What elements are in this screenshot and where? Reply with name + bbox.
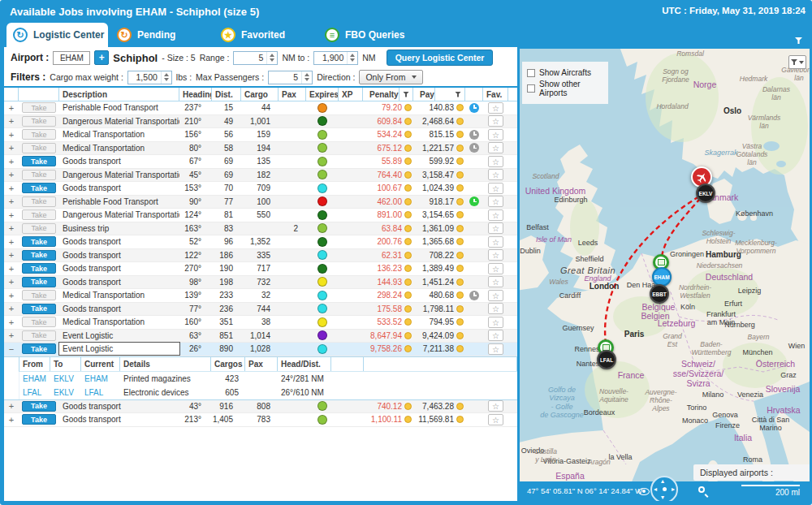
leg-row[interactable]: EHAMEKLVEHAMPrinted magazines42324°/281 … — [19, 372, 517, 386]
favorite-star-button[interactable]: ☆ — [488, 290, 503, 301]
range-from-stepper[interactable]: 5 — [233, 51, 278, 65]
favorite-star-button[interactable]: ☆ — [488, 400, 503, 412]
take-button[interactable]: Take — [22, 196, 56, 207]
favorite-star-button[interactable]: ☆ — [488, 102, 503, 114]
take-button[interactable]: Take — [22, 236, 56, 247]
filter-icon[interactable] — [455, 92, 461, 97]
take-button[interactable]: Take — [22, 414, 56, 425]
take-button[interactable]: Take — [22, 143, 56, 153]
table-row[interactable]: +TakeGoods transport213°1,4057831,100.11… — [4, 413, 517, 427]
favorite-star-button[interactable]: ☆ — [488, 196, 503, 207]
favorite-star-button[interactable]: ☆ — [488, 249, 503, 261]
col-expires[interactable]: Expires — [306, 88, 339, 101]
col-penalty[interactable]: Penalty — [363, 88, 413, 101]
row-expander[interactable]: + — [4, 330, 19, 340]
arrow-left-icon[interactable]: ◂ — [654, 486, 657, 493]
add-airport-button[interactable]: + — [94, 50, 109, 65]
tab-fbo-queries[interactable]: ≡FBO Queries — [318, 23, 420, 47]
take-button[interactable]: Take — [22, 330, 56, 341]
favorite-star-button[interactable]: ☆ — [488, 169, 503, 180]
table-row[interactable]: +TakeDangerous Material Transportation12… — [4, 209, 517, 222]
favorite-star-button[interactable]: ☆ — [488, 222, 503, 234]
favorite-star-button[interactable]: ☆ — [488, 142, 503, 153]
take-button[interactable]: Take — [22, 343, 56, 354]
take-button[interactable]: Take — [22, 183, 56, 193]
take-button[interactable]: Take — [22, 209, 56, 220]
row-expander[interactable]: − — [4, 344, 19, 354]
table-row[interactable]: +TakeDangerous Material Transportation45… — [4, 169, 517, 183]
table-row[interactable]: +TakePerishable Food Transport237°154479… — [4, 101, 517, 115]
table-row[interactable]: +TakeBusiness trip163°83263.841,361.09☆ — [4, 222, 517, 236]
favorite-star-button[interactable]: ☆ — [488, 343, 503, 355]
query-logistic-center-button[interactable]: Query Logistic Center — [387, 50, 494, 66]
table-row[interactable]: +TakeDangerous Material Transportation21… — [4, 115, 517, 129]
leg-row[interactable]: LFALEKLVLFALElectronic devices60526°/610… — [19, 386, 517, 399]
col-heading[interactable]: Heading — [179, 88, 212, 101]
take-button[interactable]: Take — [22, 156, 56, 166]
favorite-star-button[interactable]: ☆ — [488, 303, 503, 314]
row-expander[interactable]: + — [4, 116, 19, 126]
range-to-stepper[interactable]: 1,900 — [313, 51, 358, 65]
favorite-star-button[interactable]: ☆ — [488, 183, 503, 194]
take-button[interactable]: Take — [22, 102, 56, 113]
col-xp[interactable]: XP — [339, 88, 363, 101]
direction-select[interactable]: Only From — [359, 70, 423, 84]
row-expander[interactable]: + — [4, 277, 19, 287]
take-button[interactable]: Take — [22, 263, 56, 274]
map-panel[interactable]: SkagerrakGolfo de Vizcaya - Golfe de Gas… — [520, 49, 810, 501]
take-button[interactable]: Take — [22, 170, 56, 180]
checkbox-show-other-airports[interactable]: Show other Airports — [527, 80, 603, 97]
row-expander[interactable]: + — [4, 264, 19, 274]
row-expander[interactable]: + — [4, 130, 19, 140]
table-row[interactable]: +TakeGoods transport98°198732144.931,451… — [4, 276, 517, 290]
favorite-star-button[interactable]: ☆ — [488, 330, 503, 341]
checkbox-box[interactable] — [527, 69, 535, 77]
favorite-star-button[interactable]: ☆ — [488, 115, 503, 127]
take-button[interactable]: Take — [22, 129, 56, 140]
checkbox-show-aircrafts[interactable]: Show Aircrafts — [527, 68, 603, 77]
max-passengers-stepper[interactable]: 5 — [268, 71, 313, 84]
row-expander[interactable]: + — [4, 291, 19, 300]
airport-code-input[interactable]: EHAM — [53, 51, 90, 65]
row-expander[interactable]: + — [4, 210, 19, 220]
table-row[interactable]: +TakeMedical Transportation160°35138533.… — [4, 316, 517, 330]
row-expander[interactable]: + — [4, 183, 19, 193]
map-pan-control[interactable]: ▴ ▾ ◂ ▸ — [650, 476, 678, 501]
filter-icon[interactable] — [403, 92, 409, 97]
row-expander[interactable]: + — [4, 196, 19, 206]
row-expander[interactable]: + — [4, 157, 19, 166]
favorite-star-button[interactable]: ☆ — [488, 129, 503, 140]
take-button[interactable]: Take — [22, 116, 56, 127]
take-button[interactable]: Take — [22, 277, 56, 287]
row-expander[interactable]: + — [4, 223, 19, 233]
favorite-star-button[interactable]: ☆ — [488, 236, 503, 248]
row-expander[interactable]: + — [4, 317, 19, 327]
table-row[interactable]: +TakeMedical Transportation80°58194675.1… — [4, 142, 517, 156]
row-expander[interactable]: + — [4, 170, 19, 179]
tab-logistic-center[interactable]: ↻Logistic Center — [6, 23, 108, 47]
table-row[interactable]: +TakePerishable Food Transport90°7710046… — [4, 196, 517, 209]
search-icon[interactable] — [698, 486, 705, 493]
favorite-star-button[interactable]: ☆ — [488, 414, 503, 425]
take-button[interactable]: Take — [22, 304, 56, 314]
eye-icon[interactable] — [638, 488, 650, 495]
table-row[interactable]: +TakeGoods transport43°916808740.127,463… — [4, 400, 517, 414]
favorite-star-button[interactable]: ☆ — [488, 209, 503, 221]
map-layers-button[interactable] — [788, 55, 806, 69]
table-row[interactable]: +TakeEvent Logistic63°8511,0148,647.949,… — [4, 330, 517, 343]
col-fav[interactable]: Fav. — [483, 88, 508, 101]
map-marker-lfal[interactable]: LFAL — [597, 350, 616, 369]
table-row[interactable]: +TakeGoods transport270°190717136.231,38… — [4, 262, 517, 276]
take-button[interactable]: Take — [22, 223, 56, 234]
row-expander[interactable]: + — [4, 304, 19, 313]
checkbox-box[interactable] — [527, 84, 535, 93]
row-expander[interactable]: + — [4, 103, 19, 113]
table-row[interactable]: +TakeGoods transport67°6913555.89599.92☆ — [4, 155, 517, 169]
map-marker-ebbt[interactable]: EBBT — [650, 284, 669, 304]
tab-pending[interactable]: ↻Pending — [110, 23, 212, 47]
map-marker-eklv[interactable]: EKLV — [696, 183, 715, 203]
favorite-star-button[interactable]: ☆ — [488, 263, 503, 274]
col-cargo[interactable]: Cargo — [241, 88, 279, 101]
table-row[interactable]: +TakeMedical Transportation139°23332298.… — [4, 289, 517, 303]
table-row[interactable]: +TakeGoods transport153°70709100.671,024… — [4, 182, 517, 196]
